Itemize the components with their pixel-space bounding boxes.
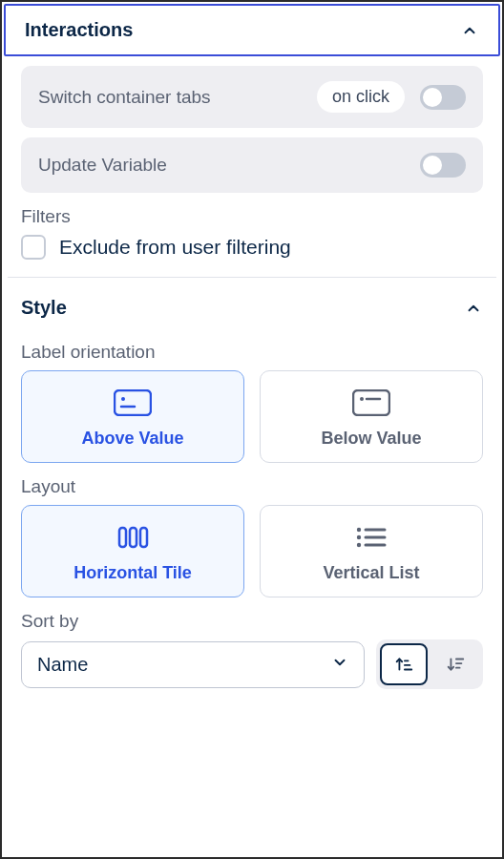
card-label: Above Value <box>81 429 183 449</box>
above-value-icon <box>114 388 152 417</box>
svg-point-1 <box>121 397 125 401</box>
trigger-pill[interactable]: on click <box>317 81 405 113</box>
svg-point-11 <box>357 535 361 539</box>
toggle-switch-tabs[interactable] <box>420 85 466 110</box>
filters-checkbox-row[interactable]: Exclude from user filtering <box>21 235 483 260</box>
option-below-value[interactable]: Below Value <box>260 370 483 463</box>
sort-by-row: Name <box>21 639 483 689</box>
layout-options: Horizontal Tile Vertical List <box>21 505 483 597</box>
label-orientation-options: Above Value Below Value <box>21 370 483 463</box>
vertical-list-icon <box>352 523 390 552</box>
sort-asc-button[interactable] <box>380 643 428 685</box>
interaction-update-variable[interactable]: Update Variable <box>21 137 483 193</box>
interaction-label: Switch container tabs <box>38 87 211 108</box>
chevron-up-icon <box>464 299 483 318</box>
option-horizontal-tile[interactable]: Horizontal Tile <box>21 505 244 597</box>
svg-point-4 <box>360 397 364 401</box>
style-header[interactable]: Style <box>2 282 502 328</box>
svg-point-13 <box>357 543 361 547</box>
interactions-header[interactable]: Interactions <box>4 4 500 56</box>
section-divider <box>8 277 496 278</box>
sort-by-selected: Name <box>37 654 88 676</box>
card-label: Vertical List <box>323 563 419 583</box>
chevron-down-icon <box>331 654 348 675</box>
filters-label: Filters <box>21 206 483 227</box>
exclude-checkbox[interactable] <box>21 235 46 260</box>
svg-rect-8 <box>140 528 147 547</box>
sort-by-label: Sort by <box>21 611 483 632</box>
svg-rect-3 <box>353 390 389 415</box>
label-orientation-label: Label orientation <box>21 342 483 363</box>
option-vertical-list[interactable]: Vertical List <box>260 505 483 597</box>
interactions-title: Interactions <box>25 19 133 41</box>
style-title: Style <box>21 297 67 319</box>
option-above-value[interactable]: Above Value <box>21 370 244 463</box>
card-label: Horizontal Tile <box>74 563 192 583</box>
interaction-switch-tabs[interactable]: Switch container tabs on click <box>21 66 483 128</box>
toggle-handle <box>423 88 442 107</box>
sort-by-select[interactable]: Name <box>21 641 365 688</box>
svg-rect-7 <box>130 528 136 547</box>
below-value-icon <box>352 388 390 417</box>
svg-rect-6 <box>119 528 126 547</box>
sort-direction-group <box>376 639 483 689</box>
exclude-checkbox-label: Exclude from user filtering <box>59 236 291 259</box>
svg-rect-0 <box>115 390 151 415</box>
sort-desc-button[interactable] <box>431 643 479 685</box>
svg-point-9 <box>357 528 361 532</box>
toggle-handle <box>423 156 442 175</box>
layout-label: Layout <box>21 476 483 497</box>
horizontal-tile-icon <box>114 523 152 552</box>
chevron-up-icon <box>460 21 479 40</box>
toggle-update-variable[interactable] <box>420 153 466 178</box>
card-label: Below Value <box>321 429 421 449</box>
interaction-label: Update Variable <box>38 155 167 176</box>
